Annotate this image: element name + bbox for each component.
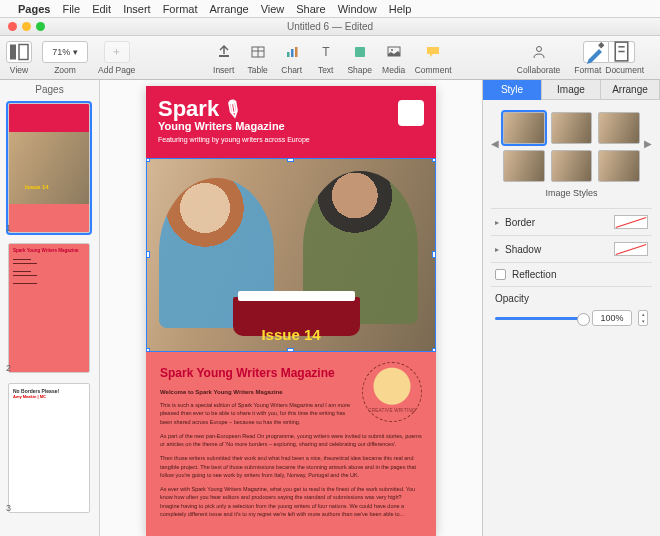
chart-label: Chart: [281, 65, 302, 75]
creative-writing-badge: [362, 362, 422, 422]
shadow-disclosure[interactable]: ▸ Shadow: [491, 235, 652, 262]
format-button[interactable]: [583, 41, 609, 63]
page-thumbnail-1[interactable]: Issue 14 1: [8, 103, 91, 233]
collaborate-label: Collaborate: [517, 65, 560, 75]
image-style-2[interactable]: [551, 112, 593, 144]
menu-file[interactable]: File: [62, 3, 80, 15]
media-button[interactable]: [381, 41, 407, 63]
shadow-label: Shadow: [505, 244, 614, 255]
resize-handle[interactable]: [146, 251, 150, 258]
brand-title: Spark: [158, 96, 219, 122]
close-button[interactable]: [8, 22, 17, 31]
article-paragraph: As part of the new pan-European Read On …: [160, 432, 422, 449]
reflection-label: Reflection: [512, 269, 648, 280]
insert-label: Insert: [213, 65, 234, 75]
app-menu[interactable]: Pages: [18, 3, 50, 15]
opacity-field[interactable]: 100%: [592, 310, 632, 326]
opacity-stepper[interactable]: ▴▾: [638, 310, 648, 326]
resize-handle[interactable]: [287, 158, 294, 162]
page-thumbnail-3[interactable]: No Borders Please!Amy Meakin | MC 3: [8, 383, 91, 513]
format-label: Format: [574, 65, 601, 75]
tab-image[interactable]: Image: [542, 80, 601, 100]
image-style-1[interactable]: [503, 112, 545, 144]
menu-help[interactable]: Help: [389, 3, 412, 15]
disclosure-triangle-icon: ▸: [495, 218, 499, 227]
minimize-button[interactable]: [22, 22, 31, 31]
menu-edit[interactable]: Edit: [92, 3, 111, 15]
image-style-4[interactable]: [503, 150, 545, 182]
styles-next[interactable]: ▶: [644, 138, 652, 149]
issue-label: Issue 14: [261, 326, 320, 343]
article-paragraph: Then those writers submitted their work …: [160, 454, 422, 479]
styles-prev[interactable]: ◀: [491, 138, 499, 149]
border-label: Border: [505, 217, 614, 228]
insert-button[interactable]: [211, 41, 237, 63]
menu-arrange[interactable]: Arrange: [209, 3, 248, 15]
fullscreen-button[interactable]: [36, 22, 45, 31]
titlebar: Untitled 6 — Edited: [0, 18, 660, 36]
svg-rect-10: [355, 47, 365, 57]
disclosure-triangle-icon: ▸: [495, 245, 499, 254]
reflection-checkbox[interactable]: [495, 269, 506, 280]
add-page-button[interactable]: ＋: [104, 41, 130, 63]
border-swatch[interactable]: [614, 215, 648, 229]
border-disclosure[interactable]: ▸ Border: [491, 208, 652, 235]
cover-image[interactable]: Issue 14: [146, 158, 436, 352]
thumb-subtitle: Amy Meakin | MC: [13, 394, 85, 399]
thumb-title: Spark Young Writers Magazine: [13, 248, 85, 253]
resize-handle[interactable]: [146, 158, 150, 162]
cover-tagline: Featuring writing by young writers acros…: [158, 136, 424, 143]
text-label: Text: [318, 65, 334, 75]
menu-window[interactable]: Window: [338, 3, 377, 15]
comment-label: Comment: [415, 65, 452, 75]
zoom-label: Zoom: [54, 65, 76, 75]
resize-handle[interactable]: [287, 348, 294, 352]
shape-label: Shape: [347, 65, 372, 75]
page-1[interactable]: Spark✎ Young Writers Magazine Featuring …: [146, 86, 436, 536]
resize-handle[interactable]: [432, 348, 436, 352]
svg-rect-7: [291, 49, 294, 57]
toolbar: View 71% ▾ Zoom ＋ Add Page Insert Table …: [0, 36, 660, 80]
comment-button[interactable]: [420, 41, 446, 63]
resize-handle[interactable]: [432, 158, 436, 162]
table-label: Table: [248, 65, 268, 75]
tab-arrange[interactable]: Arrange: [601, 80, 660, 100]
svg-point-13: [536, 46, 541, 51]
svg-rect-14: [598, 42, 604, 48]
image-style-3[interactable]: [598, 112, 640, 144]
page-thumbnail-2[interactable]: Spark Young Writers Magazine▬▬▬▬▬▬▬▬▬▬▬▬…: [8, 243, 91, 373]
document-button[interactable]: [609, 41, 635, 63]
document-canvas[interactable]: Spark✎ Young Writers Magazine Featuring …: [100, 80, 482, 536]
opacity-label: Opacity: [495, 293, 648, 304]
svg-rect-1: [19, 44, 28, 59]
menu-view[interactable]: View: [261, 3, 285, 15]
svg-rect-6: [287, 52, 290, 57]
menu-insert[interactable]: Insert: [123, 3, 151, 15]
shape-button[interactable]: [347, 41, 373, 63]
svg-text:T: T: [322, 45, 330, 59]
format-inspector: Style Image Arrange ◀ ▶ Image Styles: [482, 80, 660, 536]
table-button[interactable]: [245, 41, 271, 63]
zoom-dropdown[interactable]: 71% ▾: [42, 41, 88, 63]
media-label: Media: [382, 65, 405, 75]
article-paragraph: As ever with Spark Young Writers Magazin…: [160, 485, 422, 518]
svg-rect-2: [219, 55, 229, 57]
page-number: 2: [6, 363, 11, 373]
resize-handle[interactable]: [432, 251, 436, 258]
image-style-6[interactable]: [598, 150, 640, 182]
collaborate-button[interactable]: [526, 41, 552, 63]
text-button[interactable]: T: [313, 41, 339, 63]
logo-badge: [398, 100, 424, 126]
chart-button[interactable]: [279, 41, 305, 63]
page-number: 1: [6, 223, 11, 233]
shadow-swatch[interactable]: [614, 242, 648, 256]
resize-handle[interactable]: [146, 348, 150, 352]
menu-format[interactable]: Format: [163, 3, 198, 15]
menu-share[interactable]: Share: [296, 3, 325, 15]
tab-style[interactable]: Style: [483, 80, 542, 100]
image-style-5[interactable]: [551, 150, 593, 182]
view-button[interactable]: [6, 41, 32, 63]
page-number: 3: [6, 503, 11, 513]
view-label: View: [10, 65, 28, 75]
opacity-slider[interactable]: [495, 317, 586, 320]
